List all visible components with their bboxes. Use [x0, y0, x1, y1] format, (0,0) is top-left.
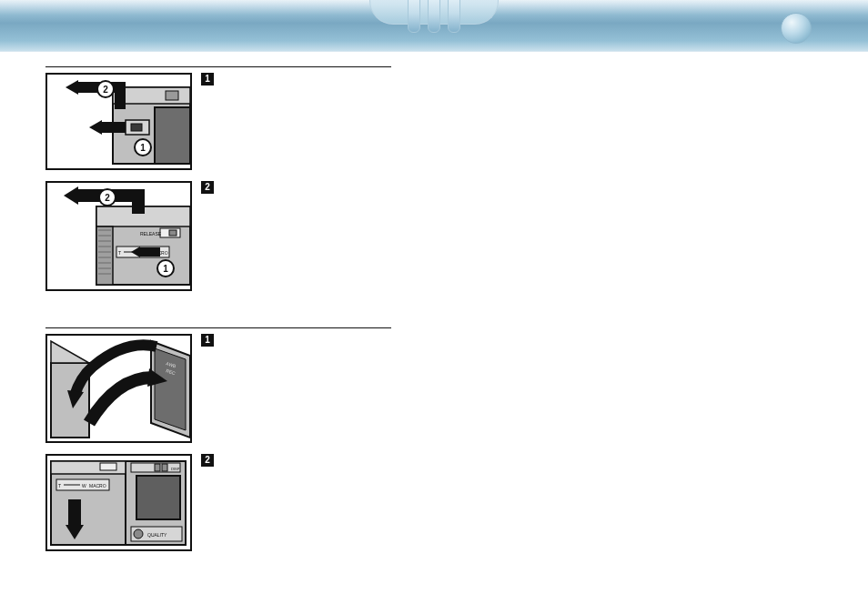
svg-marker-28 — [64, 186, 78, 205]
svg-text:T: T — [58, 483, 61, 488]
svg-text:DISP: DISP — [171, 467, 180, 471]
release-label-text: RELEASE — [140, 231, 162, 237]
svg-text:QUALITY: QUALITY — [147, 532, 167, 538]
svg-rect-45 — [100, 463, 116, 470]
section-2-rule — [45, 327, 391, 328]
figure-detach-display-1: 1 2 — [45, 73, 192, 170]
step-marker-1: 1 — [201, 334, 214, 347]
svg-marker-30 — [51, 341, 89, 363]
top-bar-knob-icon — [781, 13, 812, 44]
step-marker-1: 1 — [201, 73, 214, 86]
step-marker-2: 2 — [201, 454, 214, 467]
figure-attach-swing-1: AWB REC — [45, 334, 192, 443]
figure-detach-lens-2: RELEASE T W MACRO 1 2 — [45, 181, 192, 291]
page-content: 1 2 1 — [0, 52, 868, 584]
circled-2-icon: 2 — [96, 80, 115, 98]
svg-text:MACRO: MACRO — [89, 483, 106, 488]
svg-rect-1 — [155, 107, 190, 164]
svg-rect-3 — [166, 91, 178, 100]
svg-marker-6 — [89, 120, 102, 135]
section-1-rule — [45, 66, 391, 67]
decorative-top-bar — [0, 0, 868, 52]
svg-rect-41 — [155, 464, 160, 471]
svg-text:W: W — [82, 483, 86, 488]
svg-rect-42 — [162, 464, 167, 471]
svg-rect-21 — [169, 230, 177, 236]
svg-rect-5 — [131, 124, 142, 131]
svg-rect-39 — [136, 476, 180, 519]
circled-2-icon: 2 — [98, 188, 116, 206]
circled-1-icon: 1 — [156, 259, 175, 277]
circled-1-icon: 1 — [134, 138, 152, 156]
svg-marker-7 — [66, 80, 78, 95]
step-marker-2: 2 — [201, 181, 214, 194]
top-bar-tabs — [408, 0, 460, 33]
figure-attached-top-2: DISP T W MACRO QUALITY — [45, 454, 192, 551]
svg-point-52 — [134, 529, 143, 539]
svg-text:T: T — [118, 250, 121, 256]
